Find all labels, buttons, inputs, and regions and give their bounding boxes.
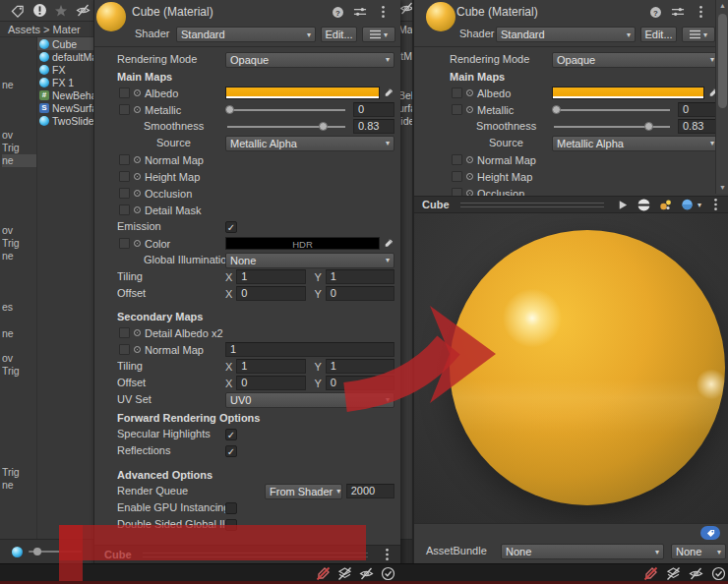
asset-item-fx-1[interactable]: FX 1 bbox=[37, 76, 93, 88]
thumbnail-size-slider-knob[interactable] bbox=[33, 548, 41, 555]
asset-item-twoslide[interactable]: TwoSlide bbox=[37, 114, 93, 127]
object-picker-icon[interactable] bbox=[134, 106, 141, 113]
metallic-slider[interactable] bbox=[225, 102, 347, 117]
smoothness-value-field[interactable]: 0.83 bbox=[353, 119, 394, 134]
eye-off-icon[interactable] bbox=[688, 565, 703, 581]
preview-drag-handle[interactable] bbox=[143, 553, 369, 557]
layers-off-icon[interactable] bbox=[336, 565, 352, 581]
texture-slot-box[interactable] bbox=[452, 171, 462, 182]
smoothness-slider[interactable] bbox=[225, 119, 347, 134]
object-picker-icon[interactable] bbox=[134, 89, 141, 96]
smoothness-value-field[interactable]: 0.83 bbox=[678, 119, 719, 134]
slider-track[interactable] bbox=[554, 109, 670, 111]
play-icon[interactable] bbox=[615, 197, 631, 212]
shader-menu-button[interactable]: ▾ bbox=[682, 27, 715, 42]
shader-edit-button[interactable]: Edit... bbox=[640, 27, 677, 42]
object-picker-icon[interactable] bbox=[134, 240, 141, 247]
scrollbar-thumb[interactable] bbox=[718, 14, 727, 108]
albedo-color-swatch[interactable] bbox=[225, 87, 380, 99]
layers-off-icon[interactable] bbox=[665, 565, 681, 581]
help-icon[interactable]: ? bbox=[330, 4, 345, 20]
shader-edit-button[interactable]: Edit... bbox=[321, 27, 357, 42]
reflections-checkbox[interactable]: ✓ bbox=[225, 445, 237, 457]
shader-dropdown[interactable]: Standard▾ bbox=[496, 27, 636, 42]
smoothness-slider[interactable] bbox=[552, 119, 672, 134]
eye-off-icon[interactable] bbox=[75, 3, 91, 19]
assetbundle-variant-dropdown[interactable]: None▾ bbox=[671, 544, 726, 559]
metallic-slider[interactable] bbox=[552, 102, 672, 117]
texture-slot-box[interactable] bbox=[119, 238, 130, 249]
texture-slot-box[interactable] bbox=[119, 327, 130, 338]
object-picker-icon[interactable] bbox=[134, 173, 141, 180]
tiling-x-field[interactable]: 1 bbox=[236, 359, 305, 374]
texture-slot-box[interactable] bbox=[452, 104, 462, 115]
thumbnail-size-slider[interactable] bbox=[29, 551, 82, 553]
texture-slot-box[interactable] bbox=[119, 88, 130, 98]
slider-knob[interactable] bbox=[319, 122, 328, 131]
render-queue-dropdown[interactable]: From Shader▾ bbox=[265, 484, 342, 499]
object-picker-icon[interactable] bbox=[134, 346, 141, 353]
texture-slot-box[interactable] bbox=[452, 88, 462, 98]
texture-slot-box[interactable] bbox=[119, 154, 130, 165]
texture-slot-box[interactable] bbox=[119, 204, 130, 215]
check-circle-icon[interactable] bbox=[710, 565, 726, 581]
render-queue-value-field[interactable]: 2000 bbox=[346, 484, 394, 498]
assetbundle-dropdown[interactable]: None▾ bbox=[501, 544, 664, 559]
albedo-color-swatch[interactable] bbox=[552, 87, 704, 99]
asset-item-defaultmat[interactable]: defaultMat bbox=[37, 50, 93, 63]
rendering-mode-dropdown[interactable]: Opaque▾ bbox=[552, 52, 719, 68]
eye-off-icon[interactable] bbox=[398, 0, 413, 16]
kebab-icon[interactable] bbox=[693, 4, 708, 20]
shader-menu-button[interactable]: ▾ bbox=[362, 27, 395, 42]
emission-color-swatch[interactable]: HDR bbox=[225, 237, 380, 250]
enable-gpu-instancing-checkbox[interactable] bbox=[225, 502, 237, 514]
metallic-value-field[interactable]: 0 bbox=[678, 102, 719, 117]
object-picker-icon[interactable] bbox=[134, 329, 141, 336]
scrollbar-down-arrow[interactable]: ▼ bbox=[716, 182, 728, 194]
preview-drag-handle[interactable] bbox=[460, 203, 604, 207]
presets-icon[interactable] bbox=[670, 4, 686, 20]
texture-slot-box[interactable] bbox=[119, 344, 130, 355]
texture-slot-box[interactable] bbox=[119, 188, 130, 199]
asset-item-fx[interactable]: FX bbox=[37, 63, 93, 76]
paint-off-icon[interactable] bbox=[315, 565, 331, 581]
material-preview-viewport[interactable] bbox=[414, 213, 728, 523]
shader-dropdown[interactable]: Standard▾ bbox=[176, 27, 316, 42]
chevron-down-icon[interactable]: ▾ bbox=[698, 201, 701, 209]
object-picker-icon[interactable] bbox=[466, 89, 473, 96]
eye-off-icon[interactable] bbox=[358, 565, 374, 581]
slider-track[interactable] bbox=[227, 109, 345, 111]
asset-item-cube[interactable]: Cube bbox=[37, 37, 93, 50]
global-illumination-dropdown[interactable]: None▾ bbox=[225, 253, 394, 268]
slider-knob[interactable] bbox=[644, 122, 653, 131]
detail-normal-scale-field[interactable]: 1 bbox=[225, 342, 394, 357]
eyedropper-icon[interactable] bbox=[382, 236, 394, 251]
presets-icon[interactable] bbox=[352, 4, 368, 20]
object-picker-icon[interactable] bbox=[134, 190, 141, 197]
tag-icon[interactable] bbox=[10, 3, 26, 19]
tiling-y-field[interactable]: 1 bbox=[326, 359, 394, 374]
slider-knob[interactable] bbox=[225, 105, 234, 114]
offset-x-field[interactable]: 0 bbox=[236, 376, 305, 390]
render-sphere-icon[interactable] bbox=[680, 197, 696, 212]
emission-checkbox[interactable]: ✓ bbox=[225, 221, 237, 233]
scrollbar-up-arrow[interactable]: ▲ bbox=[716, 0, 728, 12]
tiling-y-field[interactable]: 1 bbox=[326, 269, 394, 284]
kebab-icon[interactable] bbox=[379, 547, 394, 562]
star-icon[interactable] bbox=[53, 3, 69, 19]
specular-highlights-checkbox[interactable]: ✓ bbox=[225, 429, 237, 440]
lighting-icon[interactable] bbox=[637, 197, 652, 212]
object-picker-icon[interactable] bbox=[134, 156, 141, 163]
object-picker-icon[interactable] bbox=[134, 206, 141, 213]
paint-off-icon[interactable] bbox=[642, 565, 658, 581]
double-sided-global-ill-checkbox[interactable] bbox=[225, 519, 237, 531]
texture-slot-box[interactable] bbox=[119, 171, 130, 182]
metallic-value-field[interactable]: 0 bbox=[353, 102, 394, 117]
source-dropdown[interactable]: Metallic Alpha▾ bbox=[225, 136, 394, 151]
offset-y-field[interactable]: 0 bbox=[326, 286, 394, 301]
help-icon[interactable]: ? bbox=[647, 4, 663, 20]
eyedropper-icon[interactable] bbox=[382, 86, 394, 100]
tiling-x-field[interactable]: 1 bbox=[236, 269, 305, 284]
palette-icon[interactable] bbox=[658, 197, 674, 212]
object-picker-icon[interactable] bbox=[466, 106, 473, 113]
